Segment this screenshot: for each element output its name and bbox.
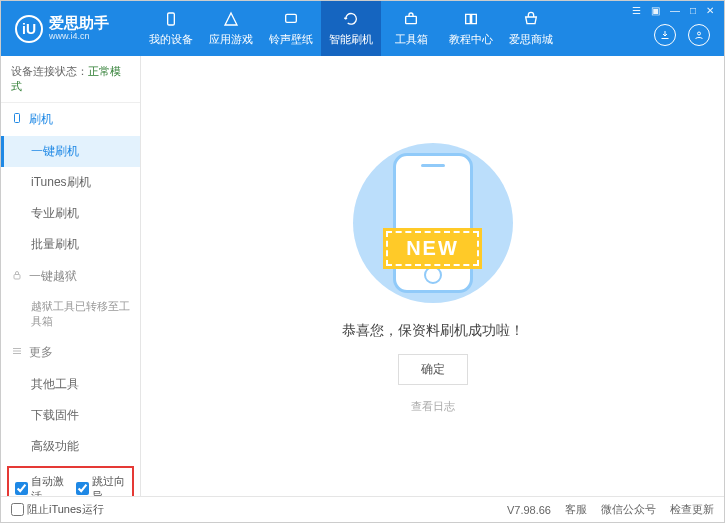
sidebar-item-advanced[interactable]: 高级功能 — [1, 431, 140, 462]
success-message: 恭喜您，保资料刷机成功啦！ — [342, 322, 524, 340]
nav-ringtones[interactable]: 铃声壁纸 — [261, 1, 321, 56]
app-name: 爱思助手 — [49, 15, 109, 32]
store-icon — [522, 10, 540, 28]
group-flash: 刷机 一键刷机 iTunes刷机 专业刷机 批量刷机 — [1, 103, 140, 260]
svg-rect-0 — [168, 13, 175, 25]
wechat-link[interactable]: 微信公众号 — [601, 502, 656, 517]
support-link[interactable]: 客服 — [565, 502, 587, 517]
svg-point-3 — [698, 32, 701, 35]
sidebar-item-pro-flash[interactable]: 专业刷机 — [1, 198, 140, 229]
book-icon — [462, 10, 480, 28]
footer: 阻止iTunes运行 V7.98.66 客服 微信公众号 检查更新 — [1, 496, 724, 522]
logo: iU 爱思助手 www.i4.cn — [1, 15, 141, 43]
ok-button[interactable]: 确定 — [398, 354, 468, 385]
close-icon[interactable]: ✕ — [706, 5, 714, 16]
body: 设备连接状态：正常模式 刷机 一键刷机 iTunes刷机 专业刷机 批量刷机 一… — [1, 56, 724, 496]
nav-flash[interactable]: 智能刷机 — [321, 1, 381, 56]
top-nav: 我的设备 应用游戏 铃声壁纸 智能刷机 工具箱 教程中心 — [141, 1, 561, 56]
user-button[interactable] — [688, 24, 710, 46]
header-right: ☰ ▣ — □ ✕ — [622, 1, 724, 46]
phone-icon — [162, 10, 180, 28]
sidebar-bottom: 自动激活 跳过向导 iPhone 12 mini 64GB Down-12min… — [1, 462, 140, 496]
svg-rect-2 — [406, 16, 417, 23]
svg-rect-1 — [286, 14, 297, 22]
checkbox-block-itunes[interactable]: 阻止iTunes运行 — [11, 502, 104, 517]
window-controls: ☰ ▣ — □ ✕ — [622, 1, 724, 20]
user-icons — [654, 20, 724, 46]
group-jailbreak: 一键越狱 越狱工具已转移至工具箱 — [1, 260, 140, 336]
sidebar-item-other-tools[interactable]: 其他工具 — [1, 369, 140, 400]
update-link[interactable]: 检查更新 — [670, 502, 714, 517]
apps-icon — [222, 10, 240, 28]
refresh-icon — [342, 10, 360, 28]
new-ribbon: NEW — [386, 231, 479, 266]
minimize-icon[interactable]: — — [670, 5, 680, 16]
success-illustration: NEW — [323, 138, 543, 308]
phone-graphic — [393, 153, 473, 293]
sidebar-item-itunes-flash[interactable]: iTunes刷机 — [1, 167, 140, 198]
sidebar-item-oneclick-flash[interactable]: 一键刷机 — [1, 136, 140, 167]
media-icon — [282, 10, 300, 28]
group-more: 更多 其他工具 下载固件 高级功能 — [1, 336, 140, 462]
checkbox-auto-activate[interactable]: 自动激活 — [15, 474, 66, 496]
header: iU 爱思助手 www.i4.cn 我的设备 应用游戏 铃声壁纸 智能刷机 — [1, 1, 724, 56]
menu-icon[interactable]: ☰ — [632, 5, 641, 16]
maximize-icon[interactable]: □ — [690, 5, 696, 16]
sidebar: 设备连接状态：正常模式 刷机 一键刷机 iTunes刷机 专业刷机 批量刷机 一… — [1, 56, 141, 496]
checkbox-skip-guide[interactable]: 跳过向导 — [76, 474, 127, 496]
connection-status: 设备连接状态：正常模式 — [1, 56, 140, 103]
group-more-head[interactable]: 更多 — [1, 336, 140, 369]
nav-tutorials[interactable]: 教程中心 — [441, 1, 501, 56]
main-content: NEW 恭喜您，保资料刷机成功啦！ 确定 查看日志 — [141, 56, 724, 496]
app-window: iU 爱思助手 www.i4.cn 我的设备 应用游戏 铃声壁纸 智能刷机 — [0, 0, 725, 523]
jailbreak-note: 越狱工具已转移至工具箱 — [1, 293, 140, 336]
group-flash-head[interactable]: 刷机 — [1, 103, 140, 136]
flash-icon — [11, 112, 23, 127]
sidebar-item-download-fw[interactable]: 下载固件 — [1, 400, 140, 431]
version-label: V7.98.66 — [507, 504, 551, 516]
app-url: www.i4.cn — [49, 32, 109, 42]
nav-apps[interactable]: 应用游戏 — [201, 1, 261, 56]
sidebar-item-batch-flash[interactable]: 批量刷机 — [1, 229, 140, 260]
group-jailbreak-head[interactable]: 一键越狱 — [1, 260, 140, 293]
toolbox-icon — [402, 10, 420, 28]
nav-store[interactable]: 爱思商城 — [501, 1, 561, 56]
download-button[interactable] — [654, 24, 676, 46]
skin-icon[interactable]: ▣ — [651, 5, 660, 16]
lock-icon — [11, 269, 23, 284]
options-highlight: 自动激活 跳过向导 — [7, 466, 134, 496]
view-log-link[interactable]: 查看日志 — [411, 399, 455, 414]
list-icon — [11, 345, 23, 360]
nav-toolbox[interactable]: 工具箱 — [381, 1, 441, 56]
logo-icon: iU — [15, 15, 43, 43]
svg-rect-5 — [14, 275, 20, 280]
nav-my-device[interactable]: 我的设备 — [141, 1, 201, 56]
svg-rect-4 — [15, 114, 20, 123]
